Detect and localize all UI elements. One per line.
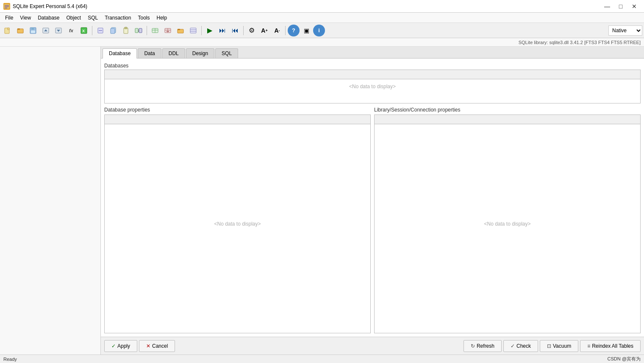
toolbar-sep-1 — [92, 26, 92, 35]
sqlite-info: SQLite library: sqlite3.dll 3.41.2 [FTS3… — [519, 40, 641, 45]
menu-sql[interactable]: SQL — [84, 13, 101, 22]
export-button[interactable] — [53, 25, 64, 36]
database-tab-content: Databases <No data to display> Database … — [101, 59, 644, 337]
apply-label: Apply — [117, 343, 130, 349]
load-button[interactable] — [40, 25, 52, 36]
check-label: Check — [516, 343, 531, 349]
minimize-button[interactable]: — — [601, 0, 613, 13]
bottom-panels: Database properties <No data to display>… — [104, 107, 641, 333]
db-properties-header — [105, 115, 370, 124]
tab-database[interactable]: Database — [103, 48, 137, 59]
excel-button[interactable]: X — [78, 25, 90, 36]
status-text: Ready — [3, 357, 17, 362]
svg-rect-11 — [31, 31, 35, 33]
info-bar: SQLite library: sqlite3.dll 3.41.2 [FTS3… — [0, 38, 644, 47]
reindex-all-button[interactable]: ≡ Reindex All Tables — [580, 340, 641, 352]
svg-rect-23 — [125, 27, 127, 29]
back-button[interactable]: ⏮ — [229, 25, 241, 36]
lib-properties-no-data: <No data to display> — [484, 221, 530, 227]
copy-button[interactable] — [107, 25, 119, 36]
right-buttons: ↻ Refresh ✓ Check ⊡ Vacuum ≡ Reindex All… — [464, 340, 641, 352]
tab-data[interactable]: Data — [138, 48, 161, 58]
toolbar-right: Native Classic Modern — [608, 25, 642, 36]
tab-ddl[interactable]: DDL — [162, 48, 185, 58]
main-layout: Database Data DDL Design SQL Databases <… — [0, 47, 644, 355]
view-button[interactable] — [187, 25, 199, 36]
apply-button[interactable]: ✓ Apply — [104, 340, 137, 352]
execute-button[interactable]: ▶ — [204, 25, 216, 36]
font-larger-button[interactable]: A+ — [258, 25, 270, 36]
databases-grid-header — [105, 70, 640, 79]
db-properties-no-data: <No data to display> — [214, 221, 261, 227]
cancel-label: Cancel — [152, 343, 168, 349]
svg-rect-6 — [8, 28, 9, 30]
open-db-button[interactable] — [14, 25, 26, 36]
lib-properties-grid[interactable]: <No data to display> — [374, 114, 641, 333]
vacuum-icon: ⊡ — [547, 343, 551, 349]
tab-sql[interactable]: SQL — [215, 48, 238, 58]
vacuum-button[interactable]: ⊡ Vacuum — [540, 340, 578, 352]
paste-button[interactable] — [120, 25, 132, 36]
native-dropdown[interactable]: Native Classic Modern — [608, 25, 642, 36]
svg-rect-24 — [135, 28, 138, 33]
menu-view[interactable]: View — [17, 13, 34, 22]
status-right: CSDN @宾有为 — [608, 356, 641, 362]
attach-button[interactable] — [94, 25, 106, 36]
content-area: Database Data DDL Design SQL Databases <… — [101, 47, 644, 355]
sidebar — [0, 47, 101, 355]
func-button[interactable]: fx — [65, 25, 77, 36]
tab-design[interactable]: Design — [186, 48, 214, 58]
menu-database[interactable]: Database — [34, 13, 63, 22]
databases-grid[interactable]: <No data to display> — [104, 70, 641, 103]
new-db-button[interactable] — [2, 25, 14, 36]
title-bar: SQLite Expert Personal 5.4 (x64) — □ ✕ — [0, 0, 644, 13]
db-properties-label: Database properties — [104, 107, 371, 113]
menu-transaction[interactable]: Transaction — [101, 13, 134, 22]
window-title: SQLite Expert Personal 5.4 (x64) — [13, 3, 87, 9]
svg-rect-10 — [31, 28, 34, 30]
menu-file[interactable]: File — [2, 13, 17, 22]
cancel-button[interactable]: ✕ Cancel — [139, 340, 175, 352]
folder-button[interactable] — [175, 25, 186, 36]
toolbar-sep-4 — [243, 26, 244, 35]
step-button[interactable]: ⏭ — [217, 25, 228, 36]
app-icon — [3, 3, 10, 10]
cancel-icon: ✕ — [146, 343, 150, 349]
menu-object[interactable]: Object — [63, 13, 85, 22]
refresh-label: Refresh — [477, 343, 494, 349]
layout-button[interactable]: ▣ — [300, 25, 312, 36]
help-button[interactable]: ? — [288, 25, 300, 36]
toolbar-sep-3 — [201, 26, 202, 35]
info-button[interactable]: i — [313, 25, 325, 36]
svg-rect-1 — [5, 5, 9, 6]
font-smaller-button[interactable]: A- — [271, 25, 283, 36]
check-icon: ✓ — [511, 343, 515, 349]
menu-help[interactable]: Help — [153, 13, 170, 22]
add-table-button[interactable] — [149, 25, 161, 36]
svg-rect-3 — [5, 8, 7, 8]
databases-label: Databases — [104, 62, 641, 70]
bottom-buttons-bar: ✓ Apply ✕ Cancel ↻ Refresh ✓ Check — [101, 337, 644, 355]
svg-text:X: X — [82, 29, 85, 33]
close-button[interactable]: ✕ — [628, 0, 641, 13]
settings-button[interactable]: ⚙ — [246, 25, 258, 36]
menu-bar: File View Database Object SQL Transactio… — [0, 13, 644, 23]
refresh-button[interactable]: ↻ Refresh — [464, 340, 502, 352]
apply-icon: ✓ — [111, 343, 116, 349]
transfer-button[interactable] — [133, 25, 144, 36]
lib-properties-header — [375, 115, 640, 124]
svg-rect-8 — [17, 28, 20, 30]
toolbar-sep-5 — [285, 26, 286, 35]
db-properties-grid[interactable]: <No data to display> — [104, 114, 371, 333]
vacuum-label: Vacuum — [553, 343, 571, 349]
check-button[interactable]: ✓ Check — [503, 340, 538, 352]
del-table-button[interactable] — [162, 25, 174, 36]
menu-tools[interactable]: Tools — [134, 13, 153, 22]
toolbar-sep-2 — [147, 26, 147, 35]
reindex-label: Reindex All Tables — [592, 343, 633, 349]
maximize-button[interactable]: □ — [614, 0, 627, 13]
title-bar-left: SQLite Expert Personal 5.4 (x64) — [3, 3, 87, 10]
databases-no-data: <No data to display> — [349, 84, 396, 89]
save-button[interactable] — [27, 25, 39, 36]
toolbar: fx X — [0, 23, 644, 38]
